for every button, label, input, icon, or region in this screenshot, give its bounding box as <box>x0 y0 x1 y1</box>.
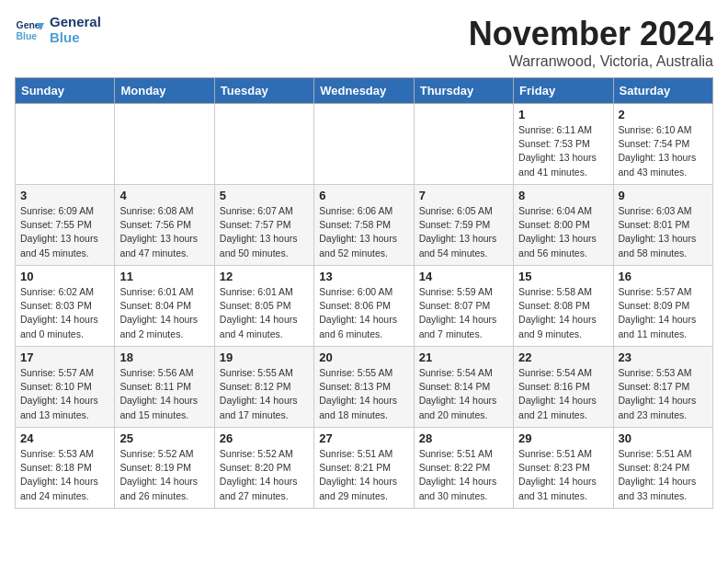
calendar-cell <box>314 104 414 185</box>
day-info: Sunrise: 5:51 AM Sunset: 8:23 PM Dayligh… <box>518 447 608 503</box>
day-info: Sunrise: 6:02 AM Sunset: 8:03 PM Dayligh… <box>20 285 109 341</box>
day-info: Sunrise: 6:09 AM Sunset: 7:55 PM Dayligh… <box>20 204 109 260</box>
day-number: 16 <box>619 270 708 283</box>
logo-line2: Blue <box>50 30 101 46</box>
calendar-cell: 30Sunrise: 5:51 AM Sunset: 8:24 PM Dayli… <box>613 428 712 509</box>
calendar-cell: 15Sunrise: 5:58 AM Sunset: 8:08 PM Dayli… <box>514 266 613 347</box>
calendar-cell: 17Sunrise: 5:57 AM Sunset: 8:10 PM Dayli… <box>16 347 115 428</box>
day-info: Sunrise: 5:54 AM Sunset: 8:16 PM Dayligh… <box>518 366 608 422</box>
day-number: 28 <box>419 431 508 445</box>
calendar-table: SundayMondayTuesdayWednesdayThursdayFrid… <box>15 77 713 509</box>
weekday-header-row: SundayMondayTuesdayWednesdayThursdayFrid… <box>16 78 713 104</box>
day-number: 7 <box>419 189 508 202</box>
day-info: Sunrise: 5:51 AM Sunset: 8:22 PM Dayligh… <box>419 447 508 503</box>
calendar-cell: 29Sunrise: 5:51 AM Sunset: 8:23 PM Dayli… <box>514 428 613 509</box>
logo-icon: General Blue <box>15 16 44 45</box>
day-number: 19 <box>220 350 309 364</box>
calendar-cell: 25Sunrise: 5:52 AM Sunset: 8:19 PM Dayli… <box>115 428 214 509</box>
month-title: November 2024 <box>469 15 713 53</box>
day-number: 17 <box>20 350 109 364</box>
calendar-cell: 8Sunrise: 6:04 AM Sunset: 8:00 PM Daylig… <box>514 185 613 266</box>
day-number: 23 <box>619 350 708 364</box>
week-row-2: 3Sunrise: 6:09 AM Sunset: 7:55 PM Daylig… <box>16 185 713 266</box>
location-title: Warranwood, Victoria, Australia <box>469 53 713 70</box>
calendar-cell: 18Sunrise: 5:56 AM Sunset: 8:11 PM Dayli… <box>115 347 214 428</box>
calendar-cell: 13Sunrise: 6:00 AM Sunset: 8:06 PM Dayli… <box>314 266 414 347</box>
title-area: November 2024 Warranwood, Victoria, Aust… <box>469 15 713 70</box>
calendar-cell: 1Sunrise: 6:11 AM Sunset: 7:53 PM Daylig… <box>514 104 613 185</box>
day-info: Sunrise: 5:57 AM Sunset: 8:09 PM Dayligh… <box>619 285 708 341</box>
day-number: 18 <box>119 350 209 364</box>
day-info: Sunrise: 6:01 AM Sunset: 8:04 PM Dayligh… <box>119 285 209 341</box>
calendar-cell: 10Sunrise: 6:02 AM Sunset: 8:03 PM Dayli… <box>16 266 115 347</box>
calendar-cell: 3Sunrise: 6:09 AM Sunset: 7:55 PM Daylig… <box>16 185 115 266</box>
calendar-cell: 9Sunrise: 6:03 AM Sunset: 8:01 PM Daylig… <box>613 185 712 266</box>
calendar-cell: 5Sunrise: 6:07 AM Sunset: 7:57 PM Daylig… <box>214 185 313 266</box>
day-number: 8 <box>518 189 608 202</box>
day-info: Sunrise: 6:08 AM Sunset: 7:56 PM Dayligh… <box>119 204 209 260</box>
logo-line1: General <box>50 15 101 30</box>
day-info: Sunrise: 6:00 AM Sunset: 8:06 PM Dayligh… <box>319 285 408 341</box>
calendar-cell: 27Sunrise: 5:51 AM Sunset: 8:21 PM Dayli… <box>314 428 414 509</box>
calendar-cell: 14Sunrise: 5:59 AM Sunset: 8:07 PM Dayli… <box>414 266 513 347</box>
day-info: Sunrise: 5:54 AM Sunset: 8:14 PM Dayligh… <box>419 366 508 422</box>
day-info: Sunrise: 5:53 AM Sunset: 8:18 PM Dayligh… <box>20 447 109 503</box>
day-number: 29 <box>518 431 608 445</box>
calendar-cell: 12Sunrise: 6:01 AM Sunset: 8:05 PM Dayli… <box>214 266 313 347</box>
day-number: 27 <box>319 431 408 445</box>
calendar-cell: 23Sunrise: 5:53 AM Sunset: 8:17 PM Dayli… <box>613 347 712 428</box>
day-info: Sunrise: 5:51 AM Sunset: 8:24 PM Dayligh… <box>619 447 708 503</box>
day-info: Sunrise: 6:03 AM Sunset: 8:01 PM Dayligh… <box>619 204 708 260</box>
svg-text:Blue: Blue <box>17 30 38 40</box>
day-number: 10 <box>20 270 109 283</box>
calendar-cell: 22Sunrise: 5:54 AM Sunset: 8:16 PM Dayli… <box>514 347 613 428</box>
weekday-wednesday: Wednesday <box>314 78 414 104</box>
day-number: 26 <box>220 431 309 445</box>
day-number: 15 <box>518 270 608 283</box>
calendar-cell: 24Sunrise: 5:53 AM Sunset: 8:18 PM Dayli… <box>16 428 115 509</box>
day-info: Sunrise: 5:55 AM Sunset: 8:12 PM Dayligh… <box>220 366 309 422</box>
week-row-4: 17Sunrise: 5:57 AM Sunset: 8:10 PM Dayli… <box>16 347 713 428</box>
day-number: 22 <box>518 350 608 364</box>
day-info: Sunrise: 6:06 AM Sunset: 7:58 PM Dayligh… <box>319 204 408 260</box>
day-number: 5 <box>220 189 309 202</box>
calendar-cell: 2Sunrise: 6:10 AM Sunset: 7:54 PM Daylig… <box>613 104 712 185</box>
calendar-body: 1Sunrise: 6:11 AM Sunset: 7:53 PM Daylig… <box>16 104 713 509</box>
day-number: 1 <box>518 108 608 121</box>
weekday-monday: Monday <box>115 78 214 104</box>
logo: General Blue General Blue <box>15 15 101 45</box>
calendar-cell <box>16 104 115 185</box>
day-info: Sunrise: 5:58 AM Sunset: 8:08 PM Dayligh… <box>518 285 608 341</box>
calendar-cell: 4Sunrise: 6:08 AM Sunset: 7:56 PM Daylig… <box>115 185 214 266</box>
weekday-sunday: Sunday <box>16 78 115 104</box>
week-row-1: 1Sunrise: 6:11 AM Sunset: 7:53 PM Daylig… <box>16 104 713 185</box>
day-info: Sunrise: 5:57 AM Sunset: 8:10 PM Dayligh… <box>20 366 109 422</box>
day-number: 4 <box>119 189 209 202</box>
day-number: 9 <box>619 189 708 202</box>
day-info: Sunrise: 5:52 AM Sunset: 8:20 PM Dayligh… <box>220 447 309 503</box>
weekday-thursday: Thursday <box>414 78 513 104</box>
day-info: Sunrise: 5:53 AM Sunset: 8:17 PM Dayligh… <box>619 366 708 422</box>
day-info: Sunrise: 5:51 AM Sunset: 8:21 PM Dayligh… <box>319 447 408 503</box>
day-number: 12 <box>220 270 309 283</box>
calendar-cell: 16Sunrise: 5:57 AM Sunset: 8:09 PM Dayli… <box>613 266 712 347</box>
day-number: 14 <box>419 270 508 283</box>
calendar-cell: 21Sunrise: 5:54 AM Sunset: 8:14 PM Dayli… <box>414 347 513 428</box>
day-info: Sunrise: 5:56 AM Sunset: 8:11 PM Dayligh… <box>119 366 209 422</box>
day-number: 30 <box>619 431 708 445</box>
day-number: 11 <box>119 270 209 283</box>
day-info: Sunrise: 6:10 AM Sunset: 7:54 PM Dayligh… <box>619 123 708 179</box>
calendar-cell: 19Sunrise: 5:55 AM Sunset: 8:12 PM Dayli… <box>214 347 313 428</box>
day-number: 21 <box>419 350 508 364</box>
calendar-cell: 26Sunrise: 5:52 AM Sunset: 8:20 PM Dayli… <box>214 428 313 509</box>
day-info: Sunrise: 5:55 AM Sunset: 8:13 PM Dayligh… <box>319 366 408 422</box>
weekday-friday: Friday <box>514 78 613 104</box>
day-number: 13 <box>319 270 408 283</box>
day-number: 2 <box>619 108 708 121</box>
day-info: Sunrise: 6:07 AM Sunset: 7:57 PM Dayligh… <box>220 204 309 260</box>
header-area: General Blue General Blue November 2024 … <box>15 15 713 70</box>
week-row-5: 24Sunrise: 5:53 AM Sunset: 8:18 PM Dayli… <box>16 428 713 509</box>
day-info: Sunrise: 6:11 AM Sunset: 7:53 PM Dayligh… <box>518 123 608 179</box>
day-number: 6 <box>319 189 408 202</box>
calendar-cell: 11Sunrise: 6:01 AM Sunset: 8:04 PM Dayli… <box>115 266 214 347</box>
